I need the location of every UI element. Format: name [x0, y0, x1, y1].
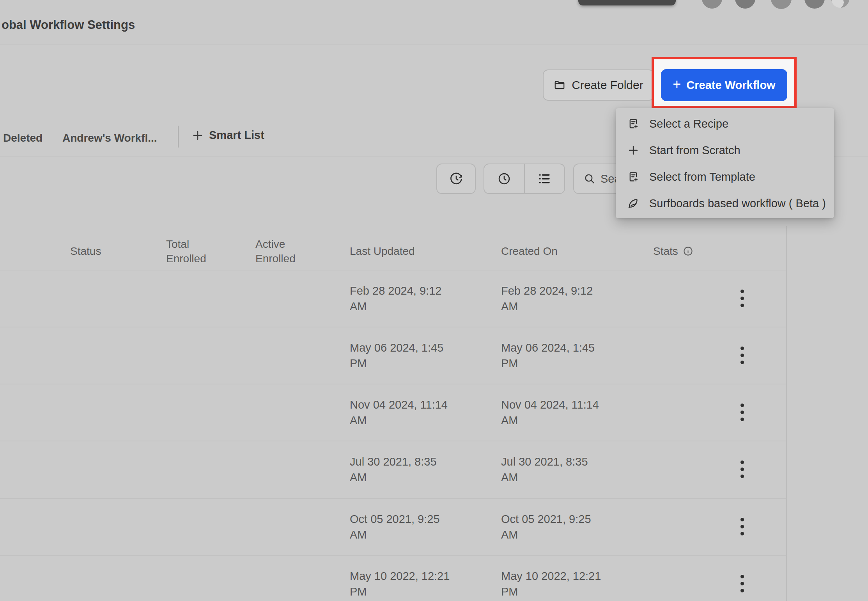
- menu-item-label: Select from Template: [649, 171, 755, 183]
- column-header-total-enrolled: Total Enrolled: [166, 233, 221, 270]
- cell-last-updated: Nov 04 2024, 11:14AM: [350, 397, 467, 428]
- doc-plus-icon: [627, 171, 639, 183]
- cell-last-updated: Oct 05 2021, 9:25AM: [350, 511, 467, 542]
- row-divider: [0, 327, 786, 327]
- plus-icon: [192, 130, 204, 141]
- clock-icon: [497, 172, 511, 186]
- menu-item-select-from-template[interactable]: Select from Template: [616, 164, 834, 190]
- create-workflow-label: Create Workflow: [686, 79, 775, 92]
- recent-view-button[interactable]: [484, 164, 524, 193]
- row-actions-menu-button[interactable]: [730, 572, 754, 595]
- highlight-annotation: + Create Workflow: [652, 57, 797, 108]
- doc-plus-icon: [627, 118, 639, 130]
- cell-last-updated: May 06 2024, 1:45PM: [350, 340, 467, 371]
- row-divider: [0, 498, 786, 499]
- cell-last-updated: Feb 28 2024, 9:12AM: [350, 283, 467, 314]
- row-divider: [0, 270, 786, 270]
- view-toggle-group: [484, 164, 565, 194]
- plus-icon: [627, 144, 639, 156]
- menu-item-label: Start from Scratch: [649, 144, 740, 157]
- create-workflow-menu: Select a Recipe Start from Scratch Selec…: [616, 108, 834, 218]
- cell-last-updated: May 10 2022, 12:21PM: [350, 568, 467, 599]
- column-header-status: Status: [70, 233, 101, 270]
- page-title: obal Workflow Settings: [2, 18, 135, 32]
- smart-list-button[interactable]: Smart List: [192, 129, 264, 142]
- menu-item-start-from-scratch[interactable]: Start from Scratch: [616, 137, 834, 164]
- create-folder-label: Create Folder: [572, 78, 643, 92]
- list-icon: [537, 172, 551, 186]
- info-icon[interactable]: [683, 246, 693, 256]
- row-actions-menu-button[interactable]: [730, 515, 754, 538]
- column-header-stats: Stats: [653, 233, 693, 270]
- menu-item-label: Select a Recipe: [649, 117, 728, 130]
- row-divider: [0, 441, 786, 441]
- cell-created-on: Feb 28 2024, 9:12AM: [501, 283, 618, 314]
- tab-andrews-workflows[interactable]: Andrew's Workfl...: [62, 132, 157, 144]
- row-divider: [0, 384, 786, 384]
- tab-divider: [178, 126, 179, 148]
- row-actions-menu-button[interactable]: [730, 343, 754, 367]
- cell-last-updated: Jul 30 2021, 8:35AM: [350, 454, 467, 485]
- menu-item-label: Surfboards based workflow ( Beta ): [649, 197, 826, 210]
- row-actions-menu-button[interactable]: [730, 457, 754, 481]
- surfboard-icon: [627, 197, 639, 209]
- cell-created-on: Nov 04 2024, 11:14AM: [501, 397, 618, 428]
- table-right-border: [786, 226, 787, 601]
- search-icon: [583, 172, 596, 185]
- folder-icon: [554, 79, 565, 91]
- menu-item-select-recipe[interactable]: Select a Recipe: [616, 110, 834, 137]
- plus-icon: +: [673, 77, 681, 91]
- cell-created-on: May 10 2022, 12:21PM: [501, 568, 618, 599]
- row-actions-menu-button[interactable]: [730, 286, 754, 310]
- column-header-active-enrolled: Active Enrolled: [255, 233, 310, 270]
- history-filter-button[interactable]: [436, 164, 476, 194]
- smart-list-label: Smart List: [209, 129, 264, 142]
- cell-created-on: Jul 30 2021, 8:35AM: [501, 454, 618, 485]
- list-view-button[interactable]: [524, 164, 565, 193]
- column-header-created-on: Created On: [501, 233, 558, 270]
- menu-item-surfboards-workflow[interactable]: Surfboards based workflow ( Beta ): [616, 190, 834, 217]
- row-divider: [0, 555, 786, 556]
- create-workflow-button[interactable]: + Create Workflow: [661, 69, 787, 101]
- top-toast-pill: [578, 0, 676, 5]
- cell-created-on: Oct 05 2021, 9:25AM: [501, 511, 618, 542]
- stats-label: Stats: [653, 245, 678, 258]
- row-actions-menu-button[interactable]: [730, 400, 754, 424]
- cell-created-on: May 06 2024, 1:45PM: [501, 340, 618, 371]
- column-header-last-updated: Last Updated: [350, 233, 415, 270]
- clock-history-icon: [449, 172, 463, 186]
- create-folder-button[interactable]: Create Folder: [543, 69, 654, 101]
- tab-deleted[interactable]: Deleted: [3, 132, 43, 144]
